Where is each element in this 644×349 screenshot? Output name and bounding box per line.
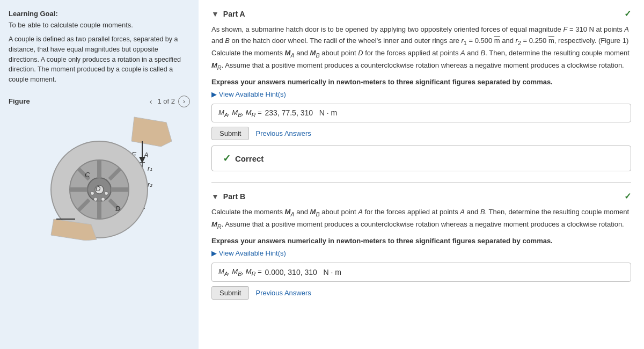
svg-point-14 [105,191,108,195]
part-b-section: ▼ Part B ✓ Calculate the moments MA and … [211,191,631,299]
svg-text:A: A [143,151,149,159]
point-b2: B [481,49,486,57]
svg-marker-0 [131,117,172,147]
svg-text:O: O [96,185,100,193]
point-d: D [358,49,363,57]
part-a-hint-link[interactable]: View Available Hint(s) [211,90,631,98]
part-a-submit-row: Submit Previous Answers [211,127,631,140]
svg-point-16 [101,197,105,201]
part-b-description: Calculate the moments MA and MB about po… [211,207,631,231]
learning-goal-subtitle: To be able to calculate couple moments. [9,21,190,29]
mr-var: M [211,61,217,69]
part-b-check-icon: ✓ [624,191,631,201]
part-a-answer-box: MA, MB, MR = 233, 77.5, 310 N · m [211,104,631,123]
part-b-answer-value: 0.000, 310, 310 N · m [265,268,341,277]
part-a-title: Part A [223,10,245,18]
part-a-check-icon: ✓ [624,9,631,19]
part-a-submit-button[interactable]: Submit [211,127,249,140]
svg-text:r₁: r₁ [148,165,152,172]
left-panel: Learning Goal: To be able to calculate c… [0,0,199,349]
part-b-header-left: ▼ Part B [211,192,245,201]
part-a-toggle[interactable]: ▼ [211,10,219,18]
point-b: B [225,37,230,45]
part-a-correct-label: Correct [235,154,264,163]
part-b-ma-var: M [285,208,291,216]
ma-var: M [285,49,291,57]
part-a-header: ▼ Part A ✓ [211,9,631,19]
wheel-diagram: F A r₁ r₂ [27,112,172,241]
part-b-hint-link[interactable]: View Available Hint(s) [211,249,631,257]
part-b-mr-var: M [211,220,217,228]
part-b-answer-box: MA, MB, MR = 0.000, 310, 310 N · m [211,263,631,282]
part-b-express: Express your answers numerically in newt… [211,237,631,245]
figure-container: Figure ‹ 1 of 2 › F A r₁ r₂ [9,96,190,339]
part-b-pb: B [480,208,485,216]
figure-label: Figure [9,97,30,105]
part-a-eq-label: MA, MB, MR = [218,108,262,118]
part-b-header: ▼ Part B ✓ [211,191,631,201]
part-b-mb-var: M [310,208,316,216]
learning-goal-text: A couple is defined as two parallel forc… [9,34,190,85]
part-a-prev-answers-link[interactable]: Previous Answers [255,129,311,137]
svg-point-13 [91,191,94,195]
right-panel: ▼ Part A ✓ As shown, a submarine hatch d… [199,0,644,349]
svg-text:C: C [85,171,90,179]
correct-check-icon: ✓ [223,152,231,164]
point-a: A [624,25,629,33]
part-b-eq-label: MA, MB, MR = [218,267,262,277]
learning-goal-title: Learning Goal: [9,10,190,18]
point-a2: A [460,49,465,57]
figure-page: 1 of 2 [157,97,175,105]
part-b-toggle[interactable]: ▼ [211,192,219,201]
section-divider [211,182,631,183]
part-b-pa: A [460,208,465,216]
part-a-section: ▼ Part A ✓ As shown, a submarine hatch d… [211,9,631,171]
part-b-submit-button[interactable]: Submit [211,286,249,300]
svg-text:D: D [115,205,120,213]
part-b-point-a: A [358,208,363,216]
part-a-correct-box: ✓ Correct [211,146,631,171]
svg-text:r₂: r₂ [148,181,153,188]
prev-figure-button[interactable]: ‹ [148,96,155,107]
part-a-express: Express your answers numerically in newt… [211,78,631,86]
force-var: F [563,25,567,33]
next-figure-button[interactable]: › [178,96,190,107]
svg-point-15 [94,197,98,201]
part-a-description: As shown, a submarine hatch door is to b… [211,24,631,72]
mb-var: M [310,49,316,57]
part-b-title: Part B [223,192,245,201]
part-b-prev-answers-link[interactable]: Previous Answers [255,289,311,297]
figure-header: Figure ‹ 1 of 2 › [9,96,190,107]
figure-svg: F A r₁ r₂ [9,112,190,241]
part-a-header-left: ▼ Part A [211,10,245,18]
part-a-answer-value: 233, 77.5, 310 N · m [265,108,338,117]
figure-nav: ‹ 1 of 2 › [148,96,190,107]
part-b-submit-row: Submit Previous Answers [211,286,631,300]
